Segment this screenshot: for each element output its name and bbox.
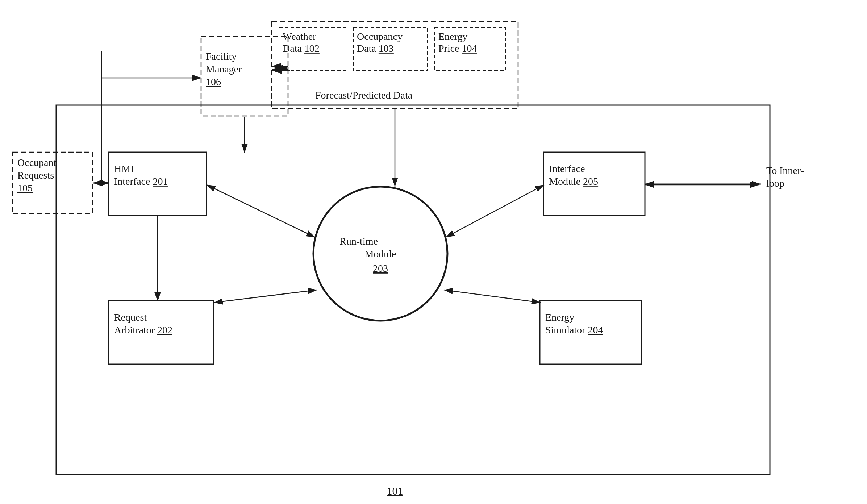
occupancy-data-label: Occupancy [357,31,403,42]
runtime-module-number: 203 [373,263,388,274]
energy-simulator-label2: Simulator 204 [545,324,603,336]
energy-simulator-label: Energy [545,312,574,323]
system-101-label: 101 [387,485,403,497]
arrow-runtime-interface [446,185,544,237]
interface-module-label: Interface [549,163,585,174]
diagram-container: Weather Data 102 Occupancy Data 103 Ener… [0,0,867,504]
forecast-label: Forecast/Predicted Data [315,89,413,101]
weather-data-label2: Data 102 [283,43,320,54]
outer-system-rect [56,105,770,475]
weather-data-label: Weather [283,31,316,42]
facility-manager-label2: Manager [206,63,242,75]
arrow-runtime-arbitrator [214,290,317,303]
to-inner-loop-label2: loop [766,178,784,189]
arrow-runtime-energy [444,290,541,303]
energy-price-label2: Price 104 [438,43,477,54]
occupant-requests-number: 105 [17,182,33,193]
request-arbitrator-label2: Arbitrator 202 [114,324,172,336]
request-arbitrator-label: Request [114,312,147,323]
occupant-requests-label2: Requests [17,170,54,181]
occupant-requests-label: Occupant [17,157,57,168]
arrow-hmi-runtime [207,185,315,237]
hmi-interface-label: HMI [114,163,134,174]
hmi-interface-label2: Interface 201 [114,176,168,187]
facility-manager-label: Facility [206,51,237,62]
occupancy-data-label2: Data 103 [357,43,394,54]
to-inner-loop-label: To Inner- [766,165,804,176]
energy-price-label: Energy [438,31,467,42]
runtime-module-label2: Module [364,248,396,259]
facility-manager-number: 106 [206,76,221,87]
runtime-module-label: Run-time [339,236,378,247]
interface-module-label2: Module 205 [549,176,598,187]
